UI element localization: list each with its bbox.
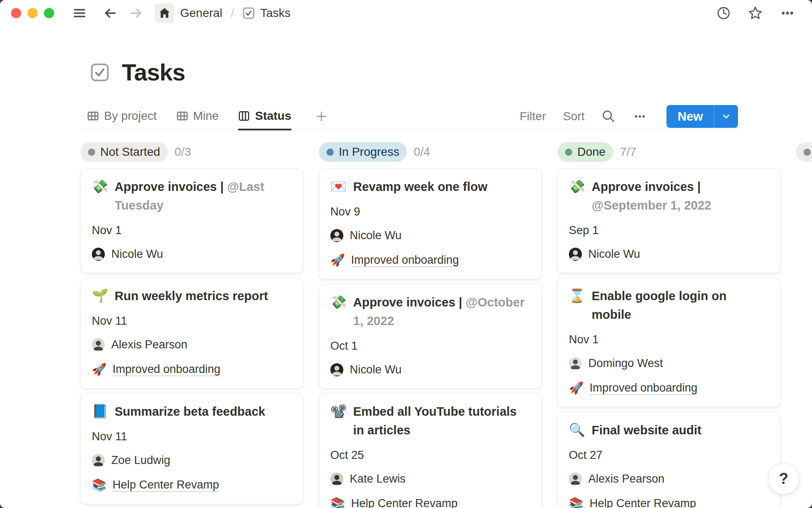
forward-arrow-icon[interactable] <box>129 6 143 20</box>
task-card[interactable]: 💸Approve invoices | @October 1, 2022Oct … <box>319 284 542 389</box>
card-project: 🚀Improved onboarding <box>569 381 769 395</box>
task-card[interactable]: 🌱Run weekly metrics reportNov 11Alexis P… <box>80 278 303 389</box>
column-header: A <box>796 142 812 162</box>
assignee-name: Nicole Wu <box>111 248 163 261</box>
status-dot-icon <box>565 149 572 156</box>
card-assignee: Zoe Ludwig <box>92 454 292 467</box>
assignee-name: Alexis Pearson <box>588 472 664 486</box>
task-card[interactable]: ⌛Enable google login on mobileNov 1Domin… <box>557 278 780 407</box>
column-status-pill[interactable]: Done <box>557 142 613 162</box>
task-card[interactable]: 📘Summarize beta feedbackNov 11Zoe Ludwig… <box>80 393 303 504</box>
project-link[interactable]: Improved onboarding <box>590 381 697 395</box>
tab-mine[interactable]: Mine <box>176 103 219 130</box>
task-card[interactable]: 💸Approve invoices | @September 1, 2022Se… <box>557 168 780 273</box>
topbar: General / Tasks <box>0 0 812 26</box>
task-card[interactable]: 📽️Embed all YouTube tutorials in article… <box>319 393 542 508</box>
page-title: Tasks <box>122 58 185 86</box>
task-emoji-icon: 💌 <box>330 177 350 196</box>
card-due-date: Nov 9 <box>330 205 530 218</box>
card-title-text: Approve invoices | @October 1, 2022 <box>353 293 530 330</box>
project-link[interactable]: Help Center Revamp <box>112 478 219 491</box>
project-link[interactable]: Help Center Revamp <box>590 497 696 508</box>
tab-by-project[interactable]: By project <box>87 103 157 130</box>
breadcrumb-page-label: Tasks <box>260 6 291 20</box>
card-assignee: Nicole Wu <box>330 363 530 376</box>
task-emoji-icon: 💸 <box>569 177 588 215</box>
project-emoji-icon: 📚 <box>330 497 345 508</box>
assignee-name: Nicole Wu <box>350 363 402 376</box>
new-button-label: New <box>667 105 714 128</box>
status-dot-icon <box>804 149 811 156</box>
column-count: 0/3 <box>175 145 191 159</box>
card-title: 🔍Final website audit <box>569 421 769 439</box>
app-window: General / Tasks Task <box>0 0 812 508</box>
sort-button[interactable]: Sort <box>563 110 584 123</box>
project-emoji-icon: 📚 <box>569 497 584 508</box>
assignee-name: Zoe Ludwig <box>111 454 170 467</box>
card-due-date: Oct 1 <box>330 340 530 352</box>
card-title: ⌛Enable google login on mobile <box>569 287 769 324</box>
help-button-label: ? <box>779 470 788 488</box>
board-icon <box>238 110 250 122</box>
close-window-button[interactable] <box>11 8 21 18</box>
add-card-icon[interactable] <box>801 179 812 195</box>
card-title: 💸Approve invoices | @September 1, 2022 <box>569 177 769 215</box>
task-card[interactable]: 🔍Final website auditOct 27Alexis Pearson… <box>557 412 780 508</box>
project-link[interactable]: Help Center Revamp <box>351 497 458 508</box>
column-status-pill[interactable]: Not Started <box>80 142 168 162</box>
project-link[interactable]: Improved onboarding <box>112 363 220 376</box>
card-due-date: Nov 11 <box>92 315 292 327</box>
card-due-date: Sep 1 <box>569 224 769 237</box>
new-dropdown-chevron-icon[interactable] <box>714 105 738 128</box>
tab-status[interactable]: Status <box>238 103 291 130</box>
minimize-window-button[interactable] <box>27 8 38 18</box>
card-title: 💌Revamp week one flow <box>330 177 530 196</box>
status-dot-icon <box>88 149 95 156</box>
project-emoji-icon: 🚀 <box>92 362 107 376</box>
breadcrumb-root[interactable]: General <box>180 6 222 20</box>
board-column-done: Done 7/7 💸Approve invoices | @September … <box>557 142 780 508</box>
card-title: 🌱Run weekly metrics report <box>92 287 292 305</box>
board: Not Started 0/3 💸Approve invoices | @Las… <box>0 142 812 508</box>
card-due-date: Oct 27 <box>569 449 769 461</box>
task-emoji-icon: ⌛ <box>569 287 588 324</box>
board-column-not-started: Not Started 0/3 💸Approve invoices | @Las… <box>80 142 303 504</box>
card-title-main: Approve invoices | <box>353 295 466 309</box>
card-title-text: Approve invoices | @Last Tuesday <box>115 177 292 215</box>
card-title-text: Approve invoices | @September 1, 2022 <box>592 177 769 215</box>
card-assignee: Nicole Wu <box>569 248 769 261</box>
history-clock-icon[interactable] <box>716 6 731 20</box>
breadcrumb-page[interactable]: Tasks <box>242 6 291 20</box>
breadcrumb: General / Tasks <box>180 6 291 20</box>
checkbox-icon <box>242 7 255 19</box>
column-cards: 💌Revamp week one flowNov 9Nicole Wu🚀Impr… <box>319 168 542 508</box>
column-label: Not Started <box>100 145 160 159</box>
add-view-icon[interactable] <box>315 103 328 130</box>
task-card[interactable]: 💸Approve invoices | @Last TuesdayNov 1Ni… <box>80 168 303 273</box>
column-status-pill[interactable]: A <box>796 142 812 162</box>
card-due-date: Nov 1 <box>569 333 769 346</box>
card-title: 📽️Embed all YouTube tutorials in article… <box>330 402 530 439</box>
card-assignee: Kate Lewis <box>330 472 530 486</box>
avatar <box>330 363 343 376</box>
back-arrow-icon[interactable] <box>103 6 118 20</box>
task-card[interactable]: 💌Revamp week one flowNov 9Nicole Wu🚀Impr… <box>319 168 542 279</box>
view-options-icon[interactable] <box>633 109 647 124</box>
more-options-icon[interactable] <box>780 6 795 21</box>
column-header: Not Started 0/3 <box>80 142 303 162</box>
new-button[interactable]: New <box>667 105 738 128</box>
project-emoji-icon: 🚀 <box>569 381 584 395</box>
tab-label: By project <box>104 109 157 123</box>
project-link[interactable]: Improved onboarding <box>351 254 459 267</box>
help-button[interactable]: ? <box>768 463 799 494</box>
favorite-star-icon[interactable] <box>748 6 763 21</box>
search-icon[interactable] <box>601 109 616 124</box>
sidebar-menu-icon[interactable] <box>73 6 86 20</box>
card-assignee: Nicole Wu <box>330 229 530 242</box>
zoom-window-button[interactable] <box>44 8 54 18</box>
column-status-pill[interactable]: In Progress <box>319 142 407 162</box>
card-title-text: Run weekly metrics report <box>115 287 292 305</box>
column-header: In Progress 0/4 <box>319 142 542 162</box>
filter-button[interactable]: Filter <box>520 110 546 123</box>
home-icon[interactable] <box>155 3 174 23</box>
